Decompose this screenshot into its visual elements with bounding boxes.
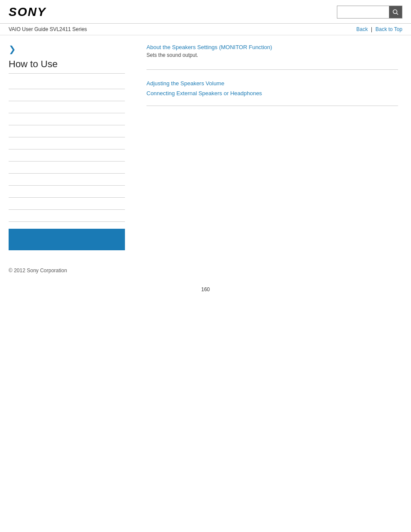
list-item [9,137,125,149]
section-desc-1: Sets the sound output. [146,52,398,58]
list-item [9,149,125,162]
sub-links: Adjusting the Speakers Volume Connecting… [146,78,398,99]
sony-logo: SONY [9,5,46,19]
list-item [9,198,125,210]
list-item [9,89,125,101]
adjusting-speakers-link[interactable]: Adjusting the Speakers Volume [146,78,398,88]
copyright: © 2012 Sony Corporation [9,268,67,274]
header: SONY [0,0,411,24]
list-item [9,186,125,198]
sidebar: ❯ How to Use [0,35,134,259]
svg-line-1 [397,13,399,15]
page-number: 160 [0,278,411,301]
nav-bar: VAIO User Guide SVL2411 Series Back | Ba… [0,24,411,35]
content-section-1: About the Speakers Settings (MONITOR Fun… [146,44,398,70]
list-item [9,77,125,89]
sidebar-title: How to Use [9,59,125,74]
list-item [9,210,125,222]
guide-title: VAIO User Guide SVL2411 Series [9,26,87,32]
list-item [9,174,125,186]
main-content: ❯ How to Use About the Speakers Settings… [0,35,411,259]
search-button[interactable] [389,6,402,18]
sidebar-blue-box [9,229,125,250]
sidebar-arrow[interactable]: ❯ [9,44,125,54]
svg-point-0 [393,10,397,14]
connecting-speakers-link[interactable]: Connecting External Speakers or Headphon… [146,88,398,98]
search-input[interactable] [337,6,389,18]
footer: © 2012 Sony Corporation [0,259,411,278]
content-section-2: Adjusting the Speakers Volume Connecting… [146,78,398,106]
back-to-top-link[interactable]: Back to Top [376,26,402,32]
list-item [9,113,125,125]
list-item [9,101,125,113]
section-link-1[interactable]: About the Speakers Settings (MONITOR Fun… [146,44,398,50]
nav-links: Back | Back to Top [356,26,402,32]
search-icon [392,9,399,15]
sidebar-items [9,77,125,222]
content-area: About the Speakers Settings (MONITOR Fun… [134,35,411,259]
list-item [9,125,125,137]
list-item [9,162,125,174]
back-link[interactable]: Back [356,26,368,32]
search-box [337,6,402,19]
nav-separator: | [371,26,372,32]
